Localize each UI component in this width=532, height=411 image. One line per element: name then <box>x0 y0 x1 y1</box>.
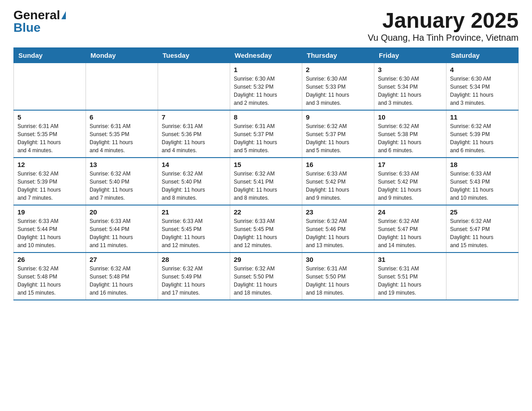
day-info: Sunrise: 6:33 AMSunset: 5:45 PMDaylight:… <box>162 217 226 249</box>
day-cell: 7Sunrise: 6:31 AMSunset: 5:36 PMDaylight… <box>158 110 230 158</box>
day-info: Sunrise: 6:31 AMSunset: 5:50 PMDaylight:… <box>306 265 370 297</box>
week-row-1: 1Sunrise: 6:30 AMSunset: 5:32 PMDaylight… <box>14 63 519 110</box>
day-number: 29 <box>234 256 298 263</box>
title-block: January 2025 Vu Quang, Ha Tinh Province,… <box>368 9 519 43</box>
day-info: Sunrise: 6:32 AMSunset: 5:47 PMDaylight:… <box>378 217 442 249</box>
calendar-body: 1Sunrise: 6:30 AMSunset: 5:32 PMDaylight… <box>14 63 519 300</box>
day-cell: 18Sunrise: 6:33 AMSunset: 5:43 PMDayligh… <box>446 158 519 205</box>
calendar-title: January 2025 <box>368 9 519 33</box>
header-row: SundayMondayTuesdayWednesdayThursdayFrid… <box>14 47 519 63</box>
day-cell: 30Sunrise: 6:31 AMSunset: 5:50 PMDayligh… <box>302 253 374 300</box>
day-info: Sunrise: 6:32 AMSunset: 5:49 PMDaylight:… <box>162 265 226 297</box>
day-cell <box>14 63 86 110</box>
day-info: Sunrise: 6:32 AMSunset: 5:37 PMDaylight:… <box>306 122 370 154</box>
day-info: Sunrise: 6:32 AMSunset: 5:39 PMDaylight:… <box>17 170 82 202</box>
day-info: Sunrise: 6:32 AMSunset: 5:50 PMDaylight:… <box>234 265 298 297</box>
day-number: 10 <box>378 113 442 121</box>
day-cell: 28Sunrise: 6:32 AMSunset: 5:49 PMDayligh… <box>158 253 230 300</box>
page-header: General Blue January 2025 Vu Quang, Ha T… <box>13 9 519 43</box>
day-info: Sunrise: 6:30 AMSunset: 5:32 PMDaylight:… <box>234 75 298 107</box>
header-cell-sunday: Sunday <box>14 47 86 63</box>
day-cell: 24Sunrise: 6:32 AMSunset: 5:47 PMDayligh… <box>374 205 446 253</box>
day-number: 7 <box>162 113 226 121</box>
header-cell-thursday: Thursday <box>302 47 374 63</box>
day-cell: 22Sunrise: 6:33 AMSunset: 5:45 PMDayligh… <box>230 205 302 253</box>
day-cell: 23Sunrise: 6:32 AMSunset: 5:46 PMDayligh… <box>302 205 374 253</box>
week-row-2: 5Sunrise: 6:31 AMSunset: 5:35 PMDaylight… <box>14 110 519 158</box>
day-number: 11 <box>450 113 515 121</box>
day-info: Sunrise: 6:32 AMSunset: 5:46 PMDaylight:… <box>306 217 370 249</box>
day-cell: 17Sunrise: 6:33 AMSunset: 5:42 PMDayligh… <box>374 158 446 205</box>
day-number: 6 <box>90 113 154 121</box>
day-number: 2 <box>306 66 370 73</box>
day-info: Sunrise: 6:32 AMSunset: 5:48 PMDaylight:… <box>17 265 82 297</box>
day-cell <box>158 63 230 110</box>
day-number: 8 <box>234 113 298 121</box>
day-number: 31 <box>378 256 442 263</box>
day-cell: 21Sunrise: 6:33 AMSunset: 5:45 PMDayligh… <box>158 205 230 253</box>
day-info: Sunrise: 6:32 AMSunset: 5:39 PMDaylight:… <box>450 122 515 154</box>
day-info: Sunrise: 6:33 AMSunset: 5:42 PMDaylight:… <box>306 170 370 202</box>
day-cell: 10Sunrise: 6:32 AMSunset: 5:38 PMDayligh… <box>374 110 446 158</box>
week-row-3: 12Sunrise: 6:32 AMSunset: 5:39 PMDayligh… <box>14 158 519 205</box>
day-number: 21 <box>162 208 226 216</box>
day-cell <box>446 253 519 300</box>
day-cell: 9Sunrise: 6:32 AMSunset: 5:37 PMDaylight… <box>302 110 374 158</box>
header-cell-friday: Friday <box>374 47 446 63</box>
day-cell: 14Sunrise: 6:32 AMSunset: 5:40 PMDayligh… <box>158 158 230 205</box>
day-info: Sunrise: 6:33 AMSunset: 5:42 PMDaylight:… <box>378 170 442 202</box>
day-info: Sunrise: 6:32 AMSunset: 5:48 PMDaylight:… <box>90 265 154 297</box>
day-info: Sunrise: 6:31 AMSunset: 5:35 PMDaylight:… <box>90 122 154 154</box>
day-info: Sunrise: 6:33 AMSunset: 5:45 PMDaylight:… <box>234 217 298 249</box>
day-info: Sunrise: 6:30 AMSunset: 5:34 PMDaylight:… <box>450 75 515 107</box>
day-cell: 15Sunrise: 6:32 AMSunset: 5:41 PMDayligh… <box>230 158 302 205</box>
day-cell: 29Sunrise: 6:32 AMSunset: 5:50 PMDayligh… <box>230 253 302 300</box>
day-cell: 31Sunrise: 6:31 AMSunset: 5:51 PMDayligh… <box>374 253 446 300</box>
day-number: 12 <box>17 161 82 168</box>
logo-general-text: General <box>13 9 60 21</box>
day-number: 30 <box>306 256 370 263</box>
day-number: 16 <box>306 161 370 168</box>
day-number: 25 <box>450 208 515 216</box>
day-cell: 27Sunrise: 6:32 AMSunset: 5:48 PMDayligh… <box>86 253 158 300</box>
day-cell: 25Sunrise: 6:32 AMSunset: 5:47 PMDayligh… <box>446 205 519 253</box>
day-number: 5 <box>17 113 82 121</box>
day-number: 3 <box>378 66 442 73</box>
day-info: Sunrise: 6:30 AMSunset: 5:34 PMDaylight:… <box>378 75 442 107</box>
day-cell: 20Sunrise: 6:33 AMSunset: 5:44 PMDayligh… <box>86 205 158 253</box>
day-info: Sunrise: 6:32 AMSunset: 5:40 PMDaylight:… <box>90 170 154 202</box>
day-number: 17 <box>378 161 442 168</box>
day-info: Sunrise: 6:33 AMSunset: 5:44 PMDaylight:… <box>17 217 82 249</box>
day-cell: 6Sunrise: 6:31 AMSunset: 5:35 PMDaylight… <box>86 110 158 158</box>
day-info: Sunrise: 6:32 AMSunset: 5:41 PMDaylight:… <box>234 170 298 202</box>
day-number: 23 <box>306 208 370 216</box>
day-info: Sunrise: 6:32 AMSunset: 5:47 PMDaylight:… <box>450 217 515 249</box>
header-cell-tuesday: Tuesday <box>158 47 230 63</box>
day-number: 20 <box>90 208 154 216</box>
day-cell: 4Sunrise: 6:30 AMSunset: 5:34 PMDaylight… <box>446 63 519 110</box>
day-number: 27 <box>90 256 154 263</box>
day-cell: 13Sunrise: 6:32 AMSunset: 5:40 PMDayligh… <box>86 158 158 205</box>
day-number: 26 <box>17 256 82 263</box>
day-number: 18 <box>450 161 515 168</box>
day-info: Sunrise: 6:33 AMSunset: 5:44 PMDaylight:… <box>90 217 154 249</box>
day-info: Sunrise: 6:33 AMSunset: 5:43 PMDaylight:… <box>450 170 515 202</box>
day-number: 14 <box>162 161 226 168</box>
header-cell-wednesday: Wednesday <box>230 47 302 63</box>
day-info: Sunrise: 6:31 AMSunset: 5:37 PMDaylight:… <box>234 122 298 154</box>
day-info: Sunrise: 6:30 AMSunset: 5:33 PMDaylight:… <box>306 75 370 107</box>
day-number: 13 <box>90 161 154 168</box>
day-cell: 12Sunrise: 6:32 AMSunset: 5:39 PMDayligh… <box>14 158 86 205</box>
day-cell: 1Sunrise: 6:30 AMSunset: 5:32 PMDaylight… <box>230 63 302 110</box>
calendar-subtitle: Vu Quang, Ha Tinh Province, Vietnam <box>368 33 519 43</box>
day-info: Sunrise: 6:32 AMSunset: 5:40 PMDaylight:… <box>162 170 226 202</box>
header-cell-monday: Monday <box>86 47 158 63</box>
day-cell: 5Sunrise: 6:31 AMSunset: 5:35 PMDaylight… <box>14 110 86 158</box>
logo-blue-text: Blue <box>13 21 41 34</box>
logo-triangle-icon <box>61 11 66 19</box>
day-number: 15 <box>234 161 298 168</box>
day-number: 9 <box>306 113 370 121</box>
day-number: 24 <box>378 208 442 216</box>
week-row-5: 26Sunrise: 6:32 AMSunset: 5:48 PMDayligh… <box>14 253 519 300</box>
calendar-table: SundayMondayTuesdayWednesdayThursdayFrid… <box>13 47 519 300</box>
